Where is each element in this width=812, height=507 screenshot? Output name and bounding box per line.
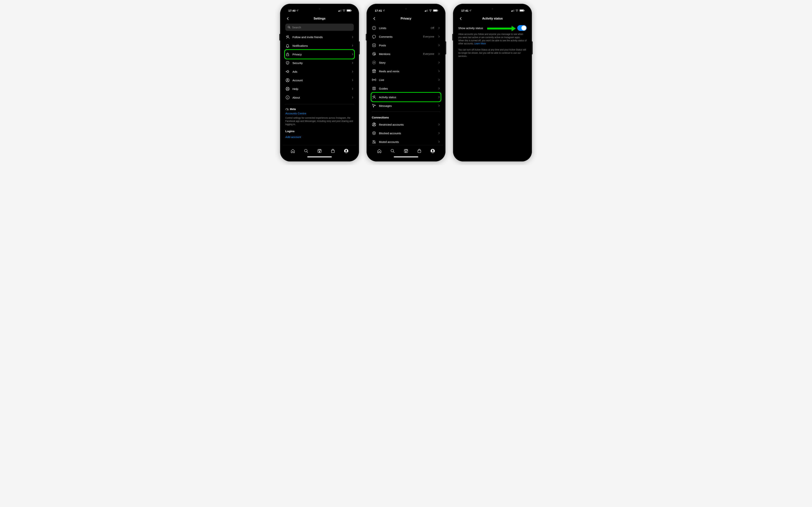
- svg-point-1: [288, 26, 290, 28]
- page-title: Privacy: [401, 17, 411, 20]
- row-label: Help: [293, 87, 349, 91]
- location-icon: [469, 9, 471, 12]
- location-icon: [296, 9, 299, 12]
- tab-shop[interactable]: [331, 149, 335, 154]
- tab-profile[interactable]: [430, 149, 435, 154]
- settings-row-follow-invite[interactable]: Follow and invite friends: [285, 33, 354, 41]
- back-button[interactable]: [458, 16, 463, 21]
- home-indicator[interactable]: [394, 156, 418, 157]
- logins-heading: Logins: [285, 129, 354, 133]
- lock-icon: [285, 52, 290, 57]
- status-time: 17:41: [461, 9, 468, 12]
- privacy-row-live[interactable]: Live: [372, 75, 440, 84]
- profile-icon: [430, 149, 435, 153]
- home-indicator[interactable]: [307, 156, 332, 157]
- privacy-row-story[interactable]: Story: [372, 58, 440, 67]
- chevron-right-icon: [438, 123, 440, 126]
- search-icon: [391, 149, 395, 153]
- svg-point-25: [373, 123, 374, 124]
- svg-point-32: [432, 150, 434, 151]
- row-label: Restricted accounts: [379, 123, 435, 126]
- svg-point-22: [374, 79, 374, 80]
- reels-icon: [317, 149, 322, 153]
- privacy-row-reels[interactable]: Reels and remix: [372, 67, 440, 75]
- row-label: Limits: [379, 26, 428, 30]
- search-icon: [288, 26, 291, 29]
- back-button[interactable]: [372, 16, 377, 21]
- privacy-row-mentions[interactable]: Mentions Everyone: [372, 50, 440, 58]
- chevron-right-icon: [438, 104, 440, 107]
- tab-search[interactable]: [304, 149, 309, 154]
- settings-row-about[interactable]: About: [285, 93, 354, 102]
- tab-shop[interactable]: [417, 149, 422, 154]
- settings-row-help[interactable]: Help: [285, 84, 354, 93]
- back-button[interactable]: [285, 16, 291, 21]
- privacy-row-blocked[interactable]: Blocked accounts: [372, 129, 440, 137]
- activity-status-toggle[interactable]: [517, 25, 527, 31]
- settings-row-notifications[interactable]: Notifications: [285, 41, 354, 50]
- blocked-icon: [372, 131, 376, 135]
- row-value: Everyone: [423, 35, 434, 38]
- learn-more-link[interactable]: Learn More: [474, 42, 486, 45]
- settings-row-ads[interactable]: Ads: [285, 67, 354, 76]
- svg-rect-11: [332, 150, 335, 153]
- chevron-right-icon: [438, 78, 440, 81]
- meta-label: Meta: [290, 108, 296, 111]
- tab-home[interactable]: [377, 149, 382, 154]
- search-field[interactable]: [292, 26, 352, 29]
- privacy-row-posts[interactable]: Posts: [372, 41, 440, 50]
- wifi-icon: [343, 9, 346, 12]
- reels-icon: [372, 69, 376, 73]
- chevron-right-icon: [438, 35, 440, 38]
- svg-point-28: [391, 149, 394, 152]
- chevron-right-icon: [351, 70, 354, 73]
- chevron-right-icon: [351, 44, 354, 47]
- send-icon: [372, 104, 376, 108]
- privacy-row-restricted[interactable]: Restricted accounts: [372, 120, 440, 129]
- privacy-row-guides[interactable]: Guides: [372, 84, 440, 93]
- settings-row-privacy[interactable]: Privacy: [285, 50, 354, 59]
- chevron-right-icon: [438, 53, 440, 55]
- chevron-left-icon: [459, 17, 463, 20]
- row-label: Muted accounts: [379, 140, 435, 144]
- annotation-highlight-activity-status: Activity status: [371, 92, 441, 102]
- tab-profile[interactable]: [344, 149, 349, 154]
- add-account-link[interactable]: Add account: [285, 135, 354, 138]
- svg-point-2: [287, 36, 289, 37]
- annotation-highlight-privacy: Privacy: [284, 49, 355, 59]
- chevron-right-icon: [351, 79, 354, 81]
- row-label: Privacy: [293, 53, 349, 56]
- row-value: Everyone: [423, 52, 434, 55]
- row-label: About: [293, 96, 349, 99]
- search-input[interactable]: [285, 24, 354, 31]
- status-time: 17:41: [375, 9, 382, 12]
- accounts-centre-link[interactable]: Accounts Centre: [285, 112, 354, 115]
- tab-reels[interactable]: [404, 149, 408, 154]
- phone-frame-3: 17:41 Activity status Show activity stat…: [453, 4, 532, 162]
- row-label: Reels and remix: [379, 70, 435, 73]
- home-icon: [291, 149, 295, 153]
- activity-desc-2: You can turn off Active Status at any ti…: [458, 48, 527, 58]
- chevron-right-icon: [438, 44, 440, 47]
- privacy-row-comments[interactable]: Comments Everyone: [372, 32, 440, 41]
- settings-row-security[interactable]: Security: [285, 59, 354, 67]
- tab-home[interactable]: [290, 149, 295, 154]
- annotation-arrow: [487, 26, 516, 31]
- wifi-icon: [429, 9, 432, 12]
- settings-row-account[interactable]: Account: [285, 76, 354, 84]
- svg-point-9: [305, 149, 307, 152]
- signal-icon: [425, 10, 428, 12]
- chevron-right-icon: [438, 87, 440, 90]
- shield-icon: [285, 61, 290, 65]
- svg-point-19: [373, 53, 374, 54]
- info-icon: [285, 95, 290, 100]
- privacy-row-messages[interactable]: Messages: [372, 101, 440, 110]
- tab-search[interactable]: [390, 149, 395, 154]
- privacy-row-limits[interactable]: Limits Off: [372, 24, 440, 32]
- tab-bar: [283, 145, 356, 156]
- phone-frame-2: 17:41 Privacy Limits Off: [366, 4, 446, 162]
- tab-reels[interactable]: [317, 149, 322, 154]
- privacy-row-muted[interactable]: Muted accounts: [372, 137, 440, 145]
- privacy-row-activity-status[interactable]: Activity status: [372, 93, 440, 101]
- plus-square-icon: [372, 43, 376, 48]
